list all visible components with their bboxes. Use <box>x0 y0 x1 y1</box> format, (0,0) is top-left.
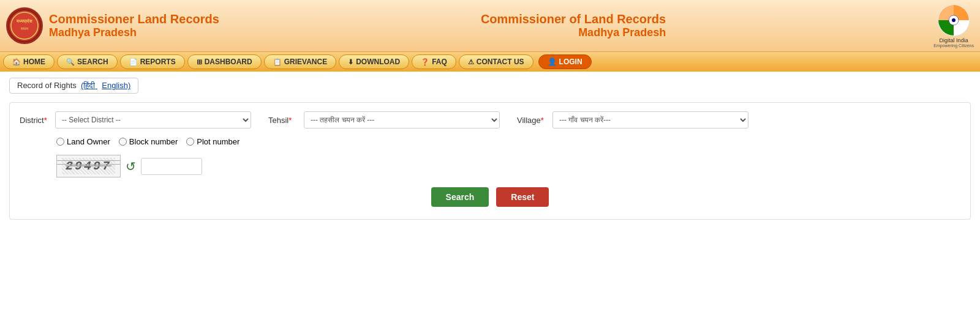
reset-button[interactable]: Reset <box>496 187 549 207</box>
svg-point-6 <box>952 18 956 22</box>
main-content: Record of Rights (हिंदी English) Distric… <box>0 72 980 226</box>
reports-icon: 📄 <box>129 58 138 66</box>
faq-icon: ❓ <box>421 58 429 66</box>
header-title-line2: Madhya Pradesh <box>49 26 219 39</box>
location-row: District* -- Select District -- Tehsil* … <box>20 111 960 128</box>
grievance-icon: 📋 <box>273 58 282 66</box>
radio-block-number[interactable]: Block number <box>119 137 178 146</box>
village-select[interactable]: --- गाँव चयन करें--- <box>552 111 748 128</box>
header-title-line1: Commissioner Land Records <box>49 12 219 26</box>
ror-form: District* -- Select District -- Tehsil* … <box>9 102 971 220</box>
header-right-line1: Commissioner of Land Records <box>481 12 666 26</box>
nav-dashboard[interactable]: ⊞ DASHBOARD <box>187 54 262 69</box>
form-buttons: Search Reset <box>20 187 960 207</box>
mp-logo: मध्यप्रदेश शासन <box>6 7 43 44</box>
radio-plot-number[interactable]: Plot number <box>186 137 239 146</box>
captcha-input[interactable] <box>141 158 202 175</box>
contact-icon: ⚠ <box>468 58 474 66</box>
download-icon: ⬇ <box>348 58 353 66</box>
login-icon: 👤 <box>548 58 557 66</box>
home-icon: 🏠 <box>12 58 21 66</box>
radio-plot-number-input[interactable] <box>186 138 194 146</box>
login-button[interactable]: 👤 LOGIN <box>538 54 592 69</box>
english-link[interactable]: English) <box>102 81 130 90</box>
district-label: District* <box>20 116 50 125</box>
village-label: Village* <box>517 116 548 125</box>
svg-point-1 <box>11 12 38 39</box>
nav-home[interactable]: 🏠 HOME <box>3 54 55 69</box>
nav-reports[interactable]: 📄 REPORTS <box>120 54 185 69</box>
nav-contact[interactable]: ⚠ CONTACT US <box>459 54 533 69</box>
hindi-link[interactable]: (हिंदी <box>81 81 97 90</box>
digital-india-logo: Digital India Empowering Citizens <box>933 4 974 48</box>
search-icon: 🔍 <box>66 58 75 66</box>
header-right-line2: Madhya Pradesh <box>578 26 666 39</box>
radio-land-owner-input[interactable] <box>56 138 64 146</box>
navbar: 🏠 HOME 🔍 SEARCH 📄 REPORTS ⊞ DASHBOARD 📋 … <box>0 52 980 72</box>
captcha-refresh-button[interactable]: ↺ <box>126 159 136 174</box>
header-title-left: Commissioner Land Records Madhya Pradesh <box>49 12 219 39</box>
nav-faq[interactable]: ❓ FAQ <box>412 54 456 69</box>
svg-text:शासन: शासन <box>20 27 29 31</box>
dashboard-icon: ⊞ <box>197 58 202 66</box>
captcha-row: 29497 ↺ <box>20 155 960 177</box>
radio-block-number-input[interactable] <box>119 138 127 146</box>
nav-search[interactable]: 🔍 SEARCH <box>57 54 118 69</box>
radio-land-owner[interactable]: Land Owner <box>56 137 110 146</box>
tehsil-select[interactable]: --- तहसील चयन करें --- <box>304 111 500 128</box>
ror-badge: Record of Rights (हिंदी English) <box>9 78 138 94</box>
nav-grievance[interactable]: 📋 GRIEVANCE <box>264 54 336 69</box>
nav-download[interactable]: ⬇ DOWNLOAD <box>339 54 409 69</box>
header-left: मध्यप्रदेश शासन Commissioner Land Record… <box>6 7 219 44</box>
search-type-group: Land Owner Block number Plot number <box>20 137 960 146</box>
header-title-right: Commissioner of Land Records Madhya Prad… <box>481 12 666 39</box>
district-select[interactable]: -- Select District -- <box>55 111 251 128</box>
header: मध्यप्रदेश शासन Commissioner Land Record… <box>0 0 980 52</box>
captcha-image: 29497 <box>56 155 121 177</box>
search-button[interactable]: Search <box>431 187 489 207</box>
digital-india-label: Digital India <box>940 37 968 43</box>
svg-text:मध्यप्रदेश: मध्यप्रदेश <box>16 18 32 24</box>
tehsil-label: Tehsil* <box>268 116 299 125</box>
